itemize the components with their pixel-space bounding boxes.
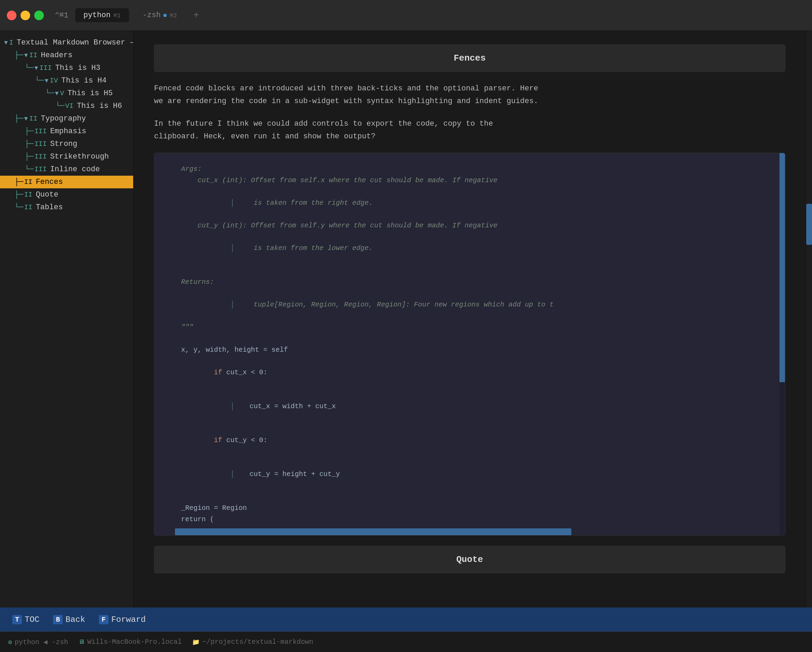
code-line: cut_y (int): Offset from self.y where th… [165, 220, 775, 231]
sidebar-item-headers[interactable]: ├─ ▼ II Headers [0, 49, 133, 62]
tree-label: This is H6 [77, 102, 122, 110]
content-para-2: In the future I think we could add contr… [154, 118, 785, 143]
close-button[interactable] [7, 11, 17, 20]
tree-roman: V [60, 89, 64, 97]
code-line: x, y, width, height = self [165, 344, 775, 356]
code-block[interactable]: Args: cut_x (int): Offset from self.x wh… [154, 153, 785, 536]
tree-roman: VI [65, 102, 73, 110]
arrow-icon: ▼ [24, 115, 28, 122]
code-scrollbar[interactable] [780, 153, 785, 535]
tree-roman: III [34, 140, 47, 148]
tree-roman: III [34, 153, 47, 160]
quote-header: Quote [154, 546, 785, 573]
monitor-icon: 🖥 [78, 638, 85, 646]
code-line: Returns: [165, 276, 775, 288]
sidebar-item-strikethrough[interactable]: ├─ III Strikethrough [0, 150, 133, 163]
sidebar-item-fences[interactable]: ├─ II Fences [0, 176, 133, 188]
forward-label: Forward [111, 615, 146, 624]
status-path: 📁 ~/projects/textual-markdown [192, 638, 313, 646]
statusbar: ⚙ python ◀ -zsh 🖥 Wills-MacBook-Pro.loca… [0, 631, 812, 652]
tab-active-dot [163, 14, 167, 17]
tree-roman: II [29, 115, 37, 122]
tree-roman: II [24, 178, 32, 186]
sidebar: ▼ I Textual Markdown Browser – Demo ├─ ▼… [0, 31, 133, 608]
connector-icon: ├─ [24, 153, 34, 161]
status-host-text: Wills-MacBook-Pro.local [87, 638, 182, 646]
tree-roman: I [9, 39, 13, 47]
back-button[interactable]: B Back [47, 612, 91, 627]
tree-roman: II [29, 51, 37, 59]
minimize-button[interactable] [21, 11, 30, 20]
connector-icon: └─ [55, 102, 64, 110]
arrow-icon: ▼ [55, 90, 58, 97]
tree-label: Inline code [50, 165, 100, 174]
code-line: │ cut_x = width + cut_x [165, 389, 775, 423]
new-tab-button[interactable]: + [194, 10, 199, 21]
arrow-icon: ▼ [4, 40, 8, 46]
code-line [165, 491, 775, 502]
tree-roman: II [24, 191, 32, 199]
arrow-icon: ▼ [44, 77, 48, 84]
sidebar-item-emphasis[interactable]: ├─ III Emphasis [0, 125, 133, 137]
back-label: Back [66, 615, 85, 624]
scrollbar-track[interactable] [806, 31, 812, 608]
tab-python[interactable]: python ⌘1 [75, 8, 129, 22]
sidebar-item-typography[interactable]: ├─ ▼ II Typography [0, 112, 133, 125]
connector-icon: ├─ [14, 115, 23, 123]
content-area: Fences Fenced code blocks are introduced… [133, 31, 806, 608]
tree-label: Strong [50, 140, 77, 148]
tree-roman: III [34, 127, 47, 135]
sidebar-item-inline-code[interactable]: └─ III Inline code [0, 163, 133, 176]
scrollbar-thumb[interactable] [806, 204, 812, 245]
connector-icon: ├─ [14, 190, 23, 199]
forward-button[interactable]: F Forward [93, 612, 151, 627]
back-key: B [53, 615, 63, 624]
sidebar-item-tables[interactable]: └─ II Tables [0, 201, 133, 214]
fences-header: Fences [154, 44, 785, 72]
connector-icon: └─ [24, 64, 34, 72]
code-line: cut_x (int): Offset from self.x where th… [165, 175, 775, 186]
sidebar-item-h5[interactable]: └─ ▼ V This is H5 [0, 87, 133, 100]
toc-key: T [12, 615, 22, 624]
code-line: │ tuple[Region, Region, Region, Region]:… [165, 288, 775, 322]
folder-icon: 📁 [192, 638, 200, 646]
code-line [165, 333, 775, 344]
sidebar-item-quote[interactable]: ├─ II Quote [0, 188, 133, 201]
code-line: return ( [165, 514, 775, 525]
toc-label: TOC [24, 615, 40, 624]
toc-button[interactable]: T TOC [7, 612, 45, 627]
fullscreen-button[interactable] [34, 11, 44, 20]
tree-roman: IV [50, 77, 58, 85]
tree-label: Typography [41, 115, 86, 123]
code-hscrollbar[interactable] [175, 528, 571, 535]
sidebar-item-h4[interactable]: └─ ▼ IV This is H4 [0, 74, 133, 87]
sidebar-item-strong[interactable]: ├─ III Strong [0, 137, 133, 150]
connector-icon: ├─ [24, 140, 34, 148]
code-line: │ cut_y = height + cut_y [165, 457, 775, 491]
sidebar-item-h6[interactable]: └─ VI This is H6 [0, 100, 133, 112]
code-line: _Region = Region [165, 502, 775, 514]
sidebar-item-root[interactable]: ▼ I Textual Markdown Browser – Demo [0, 36, 133, 49]
connector-icon: ├─ [14, 51, 23, 60]
code-line: if cut_y < 0: [165, 423, 775, 457]
code-line: if cut_x < 0: [165, 356, 775, 389]
tab-zsh[interactable]: -zsh ⌘2 [134, 8, 185, 22]
shell-icon: ⚙ [8, 638, 12, 646]
titlebar: ⌃⌘1 python ⌘1 -zsh ⌘2 + [0, 0, 812, 31]
code-line: │ is taken from the right edge. [165, 186, 775, 220]
main-layout: ▼ I Textual Markdown Browser – Demo ├─ ▼… [0, 31, 812, 608]
status-path-text: ~/projects/textual-markdown [202, 638, 313, 646]
tree-roman: III [40, 64, 52, 72]
code-line: Args: [165, 163, 775, 175]
tree-label: Quote [36, 190, 58, 199]
code-line [165, 265, 775, 276]
code-line: │ is taken from the lower edge. [165, 231, 775, 265]
connector-icon: ├─ [24, 127, 34, 136]
traffic-lights [7, 11, 44, 20]
connector-icon: └─ [35, 76, 44, 85]
tree-roman: III [34, 165, 47, 173]
toolbar: T TOC B Back F Forward [0, 608, 812, 631]
tree-label: Emphasis [50, 127, 86, 136]
sidebar-item-h3[interactable]: └─ ▼ III This is H3 [0, 62, 133, 74]
status-host: 🖥 Wills-MacBook-Pro.local [78, 638, 182, 646]
